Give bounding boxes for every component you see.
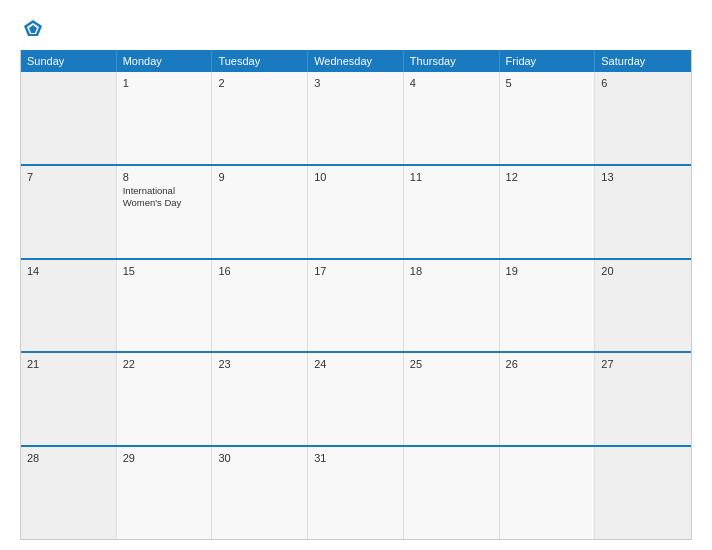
day-number: 5 [506, 77, 589, 89]
calendar-cell: 26 [500, 353, 596, 445]
calendar-cell: 21 [21, 353, 117, 445]
day-number: 17 [314, 265, 397, 277]
day-number: 4 [410, 77, 493, 89]
day-number: 12 [506, 171, 589, 183]
calendar-cell: 19 [500, 260, 596, 352]
calendar: SundayMondayTuesdayWednesdayThursdayFrid… [20, 50, 692, 540]
calendar-cell: 9 [212, 166, 308, 258]
calendar-body: 12345678International Women's Day9101112… [21, 72, 691, 539]
calendar-cell: 16 [212, 260, 308, 352]
day-number: 13 [601, 171, 685, 183]
day-number: 25 [410, 358, 493, 370]
page: SundayMondayTuesdayWednesdayThursdayFrid… [0, 0, 712, 550]
calendar-cell [21, 72, 117, 164]
calendar-cell: 5 [500, 72, 596, 164]
calendar-cell: 23 [212, 353, 308, 445]
calendar-cell: 6 [595, 72, 691, 164]
calendar-cell [404, 447, 500, 539]
calendar-cell: 3 [308, 72, 404, 164]
calendar-cell: 10 [308, 166, 404, 258]
calendar-cell: 25 [404, 353, 500, 445]
calendar-day-header: Monday [117, 50, 213, 72]
day-number: 24 [314, 358, 397, 370]
calendar-week: 78International Women's Day910111213 [21, 166, 691, 260]
day-number: 26 [506, 358, 589, 370]
day-number: 15 [123, 265, 206, 277]
calendar-header-row: SundayMondayTuesdayWednesdayThursdayFrid… [21, 50, 691, 72]
calendar-cell: 7 [21, 166, 117, 258]
day-number: 21 [27, 358, 110, 370]
calendar-cell: 1 [117, 72, 213, 164]
calendar-cell: 14 [21, 260, 117, 352]
calendar-cell: 4 [404, 72, 500, 164]
calendar-day-header: Wednesday [308, 50, 404, 72]
day-number: 3 [314, 77, 397, 89]
day-number: 27 [601, 358, 685, 370]
calendar-cell: 15 [117, 260, 213, 352]
calendar-cell: 12 [500, 166, 596, 258]
calendar-cell: 20 [595, 260, 691, 352]
calendar-cell: 29 [117, 447, 213, 539]
calendar-day-header: Friday [500, 50, 596, 72]
logo-flag-icon [22, 18, 44, 40]
day-number: 6 [601, 77, 685, 89]
event-label: International Women's Day [123, 185, 206, 210]
calendar-cell: 31 [308, 447, 404, 539]
day-number: 14 [27, 265, 110, 277]
day-number: 23 [218, 358, 301, 370]
calendar-cell: 17 [308, 260, 404, 352]
calendar-cell: 22 [117, 353, 213, 445]
calendar-day-header: Sunday [21, 50, 117, 72]
day-number: 31 [314, 452, 397, 464]
calendar-cell: 2 [212, 72, 308, 164]
day-number: 11 [410, 171, 493, 183]
calendar-day-header: Saturday [595, 50, 691, 72]
calendar-week: 14151617181920 [21, 260, 691, 354]
calendar-cell: 28 [21, 447, 117, 539]
calendar-week: 123456 [21, 72, 691, 166]
day-number: 29 [123, 452, 206, 464]
logo [20, 18, 44, 40]
day-number: 28 [27, 452, 110, 464]
day-number: 2 [218, 77, 301, 89]
calendar-week: 21222324252627 [21, 353, 691, 447]
calendar-cell: 18 [404, 260, 500, 352]
calendar-cell: 30 [212, 447, 308, 539]
day-number: 10 [314, 171, 397, 183]
day-number: 8 [123, 171, 206, 183]
day-number: 16 [218, 265, 301, 277]
day-number: 18 [410, 265, 493, 277]
day-number: 1 [123, 77, 206, 89]
day-number: 30 [218, 452, 301, 464]
calendar-week: 28293031 [21, 447, 691, 539]
calendar-cell: 27 [595, 353, 691, 445]
calendar-cell: 11 [404, 166, 500, 258]
calendar-header [20, 18, 692, 40]
calendar-day-header: Thursday [404, 50, 500, 72]
day-number: 20 [601, 265, 685, 277]
day-number: 19 [506, 265, 589, 277]
calendar-cell: 13 [595, 166, 691, 258]
calendar-day-header: Tuesday [212, 50, 308, 72]
day-number: 22 [123, 358, 206, 370]
day-number: 7 [27, 171, 110, 183]
calendar-cell [500, 447, 596, 539]
calendar-cell: 8International Women's Day [117, 166, 213, 258]
day-number: 9 [218, 171, 301, 183]
calendar-cell [595, 447, 691, 539]
calendar-cell: 24 [308, 353, 404, 445]
